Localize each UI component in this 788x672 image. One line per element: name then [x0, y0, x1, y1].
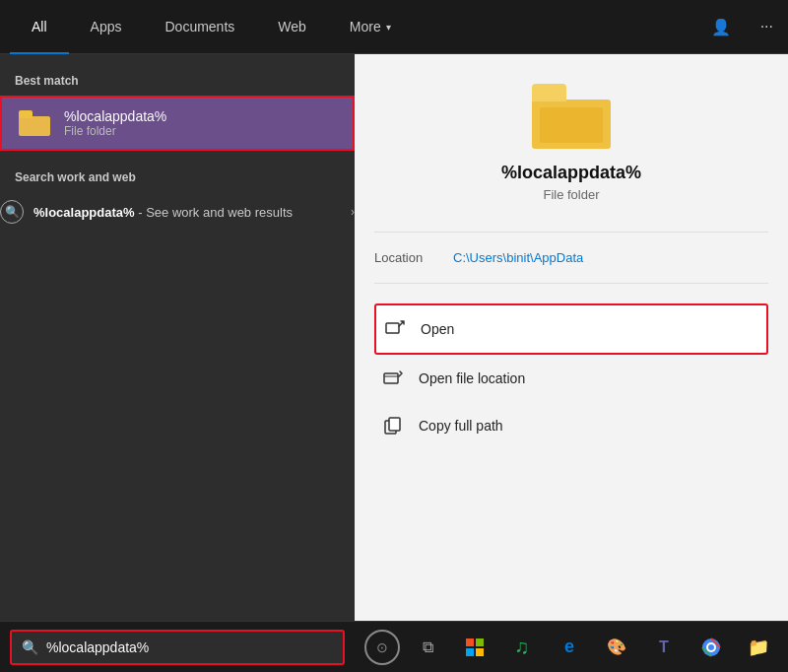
- top-navigation: All Apps Documents Web More ▾ 👤 ···: [0, 0, 788, 54]
- taskbar-chrome[interactable]: [691, 628, 731, 667]
- svg-rect-4: [466, 638, 474, 646]
- search-work-icon: 🔍: [0, 200, 24, 224]
- open-label: Open: [421, 321, 454, 337]
- taskbar-task-view[interactable]: ⧉: [408, 628, 447, 667]
- search-work-suffix: - See work and web results: [135, 205, 293, 220]
- search-work-text: %localappdata% - See work and web result…: [33, 205, 351, 220]
- taskbar-teams[interactable]: T: [644, 628, 684, 667]
- svg-rect-1: [384, 373, 398, 383]
- action-open[interactable]: Open: [374, 303, 768, 355]
- taskbar-search-text: %localappdata%: [46, 639, 149, 655]
- taskbar-store[interactable]: [455, 628, 494, 667]
- tab-documents-label: Documents: [164, 19, 234, 34]
- result-title: %localappdata%: [64, 108, 166, 124]
- location-value[interactable]: C:\Users\binit\AppData: [453, 250, 583, 265]
- tab-web-label: Web: [278, 19, 306, 34]
- taskbar-search-box[interactable]: 🔍 %localappdata%: [10, 630, 345, 665]
- divider-top: [374, 232, 768, 233]
- search-work-label: Search work and web: [0, 166, 355, 192]
- taskbar-start-button[interactable]: ⊙: [364, 630, 400, 665]
- right-panel-title: %localappdata%: [501, 163, 641, 183]
- taskbar: 🔍 %localappdata% ⊙ ⧉ ♫ e 🎨 T: [0, 621, 788, 672]
- svg-rect-3: [389, 418, 400, 431]
- taskbar-icons: ⊙ ⧉ ♫ e 🎨 T: [364, 628, 778, 667]
- result-item-text: %localappdata% File folder: [64, 108, 166, 138]
- folder-small-shape: [19, 110, 50, 136]
- tab-more[interactable]: More ▾: [328, 0, 413, 54]
- copy-full-path-label: Copy full path: [419, 418, 503, 434]
- action-copy-full-path[interactable]: Copy full path: [374, 402, 768, 449]
- svg-rect-0: [386, 323, 399, 333]
- person-icon[interactable]: 👤: [706, 13, 736, 41]
- svg-point-10: [708, 644, 714, 650]
- open-icon: [381, 315, 409, 343]
- open-file-location-icon: [379, 365, 407, 392]
- taskbar-spotify[interactable]: ♫: [502, 628, 542, 667]
- tab-all[interactable]: All: [10, 0, 69, 54]
- taskbar-explorer[interactable]: 📁: [739, 628, 778, 667]
- best-match-result[interactable]: %localappdata% File folder: [0, 96, 355, 151]
- main-area: Best match %localappdata% File folder Se…: [0, 54, 788, 621]
- folder-icon-small: [17, 105, 52, 141]
- more-dropdown-arrow: ▾: [386, 22, 391, 33]
- copy-full-path-icon: [379, 412, 407, 439]
- nav-right-controls: 👤 ···: [706, 13, 778, 41]
- tab-more-label: More: [350, 19, 381, 34]
- open-file-location-label: Open file location: [419, 370, 525, 386]
- svg-rect-5: [476, 638, 484, 646]
- tab-apps-label: Apps: [91, 19, 122, 34]
- folder-detail: [540, 107, 603, 143]
- tab-all-label: All: [32, 19, 47, 34]
- tab-apps[interactable]: Apps: [69, 0, 144, 54]
- ellipsis-icon[interactable]: ···: [755, 13, 778, 40]
- taskbar-edge[interactable]: e: [550, 628, 589, 667]
- search-work-item[interactable]: 🔍 %localappdata% - See work and web resu…: [0, 192, 355, 232]
- tab-documents[interactable]: Documents: [143, 0, 256, 54]
- taskbar-search-icon: 🔍: [22, 639, 38, 655]
- action-list: Open Open file location: [374, 303, 768, 449]
- right-panel-subtitle: File folder: [543, 187, 599, 202]
- divider-bottom: [374, 283, 768, 284]
- chevron-right-icon: ›: [351, 205, 355, 219]
- action-open-file-location[interactable]: Open file location: [374, 355, 768, 402]
- result-subtitle: File folder: [64, 124, 166, 138]
- svg-rect-7: [476, 648, 484, 656]
- location-label: Location: [374, 250, 453, 265]
- left-panel: Best match %localappdata% File folder Se…: [0, 54, 355, 621]
- tab-web[interactable]: Web: [256, 0, 328, 54]
- search-work-query: %localappdata%: [33, 205, 135, 220]
- folder-icon-large: [532, 84, 611, 148]
- location-row: Location C:\Users\binit\AppData: [374, 242, 768, 273]
- taskbar-paint[interactable]: 🎨: [597, 628, 636, 667]
- right-panel: %localappdata% File folder Location C:\U…: [355, 54, 788, 621]
- svg-rect-6: [466, 648, 474, 656]
- best-match-label: Best match: [0, 69, 355, 96]
